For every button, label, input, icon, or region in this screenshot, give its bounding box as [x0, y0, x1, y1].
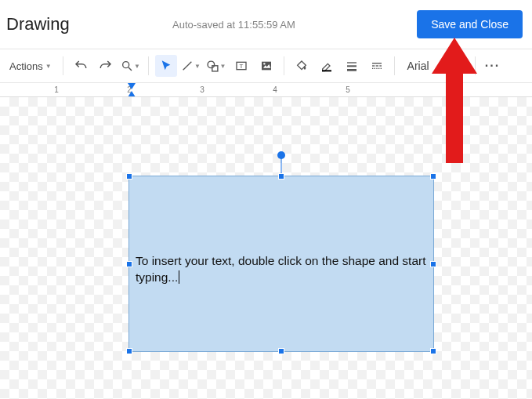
actions-menu-label: Actions [9, 60, 43, 72]
svg-rect-7 [262, 62, 271, 71]
svg-rect-17 [379, 65, 382, 66]
ruler-number: 3 [200, 85, 204, 94]
zoom-button[interactable]: ▼ [120, 55, 142, 77]
svg-rect-12 [347, 65, 356, 67]
border-color-button[interactable] [316, 55, 338, 77]
textbox-tool-button[interactable]: T [230, 55, 252, 77]
shapes-icon [206, 60, 219, 73]
select-tool-button[interactable] [155, 55, 177, 77]
pen-icon [320, 60, 333, 72]
dash-icon [371, 60, 383, 72]
caret-down-icon: ▼ [45, 63, 52, 70]
caret-down-icon: ▼ [194, 63, 201, 70]
more-horizontal-icon: ··· [485, 59, 500, 73]
caret-down-icon: ▼ [220, 63, 226, 70]
drawing-canvas[interactable]: To insert your text, double click on the… [0, 97, 532, 399]
cursor-icon [160, 60, 172, 72]
resize-handle-se[interactable] [430, 348, 436, 354]
toolbar-divider [148, 56, 149, 75]
autosave-status: Auto-saved at 11:55:59 AM [172, 19, 295, 31]
caret-down-icon: ▼ [134, 63, 140, 70]
ruler-number: 4 [273, 85, 277, 94]
line-tool-button[interactable]: ▼ [180, 55, 202, 77]
undo-button[interactable] [70, 55, 92, 77]
resize-handle-s[interactable] [278, 348, 284, 354]
resize-handle-sw[interactable] [126, 348, 132, 354]
svg-point-0 [123, 62, 129, 68]
indent-marker-icon[interactable] [128, 91, 136, 97]
svg-rect-13 [347, 69, 356, 71]
rotation-handle[interactable] [277, 151, 285, 159]
selected-shape[interactable]: To insert your text, double click on the… [128, 176, 434, 352]
resize-handle-n[interactable] [278, 173, 284, 180]
svg-rect-14 [372, 63, 382, 63]
save-and-close-button[interactable]: Save and Close [417, 10, 523, 38]
line-icon [181, 60, 194, 72]
undo-icon [74, 59, 88, 73]
svg-point-9 [263, 63, 265, 64]
svg-rect-15 [372, 65, 375, 66]
svg-rect-4 [212, 65, 217, 71]
svg-rect-18 [372, 68, 373, 69]
border-weight-button[interactable] [341, 55, 363, 77]
border-dash-button[interactable] [366, 55, 388, 77]
svg-rect-11 [347, 62, 356, 63]
toolbar-divider [63, 56, 63, 75]
resize-handle-nw[interactable] [126, 173, 132, 180]
svg-line-2 [183, 62, 192, 71]
text-caret [179, 270, 179, 284]
redo-icon [99, 59, 113, 73]
indent-marker-icon[interactable] [128, 83, 136, 89]
paint-bucket-icon [295, 60, 308, 72]
resize-handle-w[interactable] [126, 261, 132, 267]
redo-button[interactable] [95, 55, 117, 77]
font-family-label: Arial [407, 60, 429, 72]
toolbar-divider [284, 56, 284, 75]
caret-down-icon: ▼ [462, 63, 469, 70]
toolbar-divider [475, 56, 476, 75]
font-family-selector[interactable]: Arial [401, 56, 440, 75]
zoom-icon [121, 60, 133, 72]
svg-rect-16 [375, 65, 378, 66]
svg-rect-22 [380, 68, 381, 69]
svg-rect-10 [322, 70, 331, 71]
resize-handle-e[interactable] [430, 261, 436, 267]
svg-line-1 [128, 67, 132, 71]
resize-handle-ne[interactable] [430, 173, 436, 180]
weight-icon [346, 60, 358, 72]
dialog-header: Drawing Auto-saved at 11:55:59 AM Save a… [0, 0, 532, 49]
ruler-number: 1 [54, 85, 59, 94]
more-options-button[interactable]: ··· [482, 55, 504, 77]
horizontal-ruler[interactable]: 1 2 3 4 5 [0, 83, 532, 97]
toolbar: Actions ▼ ▼ ▼ ▼ T [0, 49, 532, 83]
svg-rect-21 [378, 68, 379, 69]
fill-color-button[interactable] [291, 55, 313, 77]
dialog-title: Drawing [6, 14, 70, 34]
svg-rect-19 [374, 68, 375, 69]
actions-menu-button[interactable]: Actions ▼ [5, 56, 56, 76]
svg-text:T: T [239, 63, 243, 70]
image-tool-button[interactable] [255, 55, 277, 77]
svg-point-3 [208, 61, 215, 68]
image-icon [260, 60, 273, 72]
shape-tool-button[interactable]: ▼ [205, 55, 227, 77]
svg-rect-20 [376, 68, 377, 69]
shape-text-content[interactable]: To insert your text, double click on the… [136, 253, 427, 286]
toolbar-divider [394, 56, 395, 75]
ruler-number: 5 [346, 85, 350, 94]
textbox-icon: T [235, 60, 248, 72]
